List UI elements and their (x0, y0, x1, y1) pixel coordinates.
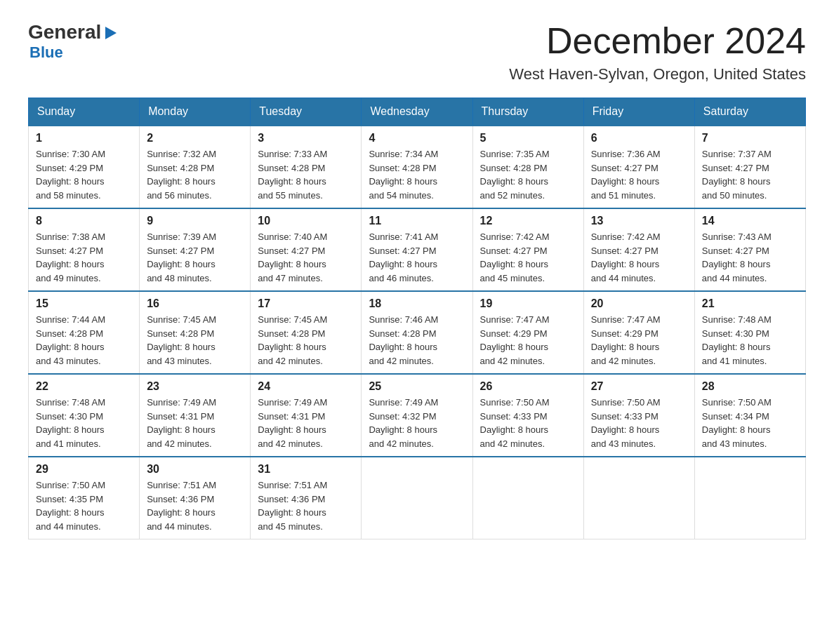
day-cell-21: 21Sunrise: 7:48 AMSunset: 4:30 PMDayligh… (694, 291, 805, 374)
day-cell-10: 10Sunrise: 7:40 AMSunset: 4:27 PMDayligh… (251, 208, 362, 291)
day-cell-9: 9Sunrise: 7:39 AMSunset: 4:27 PMDaylight… (140, 208, 251, 291)
day-cell-8: 8Sunrise: 7:38 AMSunset: 4:27 PMDaylight… (29, 208, 140, 291)
day-number: 10 (258, 215, 354, 227)
day-number: 29 (36, 463, 132, 476)
day-number: 6 (591, 132, 687, 145)
day-info: Sunrise: 7:50 AMSunset: 4:34 PMDaylight:… (702, 396, 798, 450)
day-cell-4: 4Sunrise: 7:34 AMSunset: 4:28 PMDaylight… (362, 126, 472, 208)
day-number: 11 (369, 215, 465, 227)
day-header-thursday: Thursday (472, 98, 583, 126)
day-number: 24 (258, 380, 354, 393)
logo-triangle-icon (102, 25, 118, 41)
day-cell-11: 11Sunrise: 7:41 AMSunset: 4:27 PMDayligh… (362, 208, 472, 291)
day-number: 22 (36, 380, 132, 393)
day-cell-25: 25Sunrise: 7:49 AMSunset: 4:32 PMDayligh… (362, 374, 472, 457)
day-info: Sunrise: 7:45 AMSunset: 4:28 PMDaylight:… (147, 313, 243, 368)
week-row-4: 22Sunrise: 7:48 AMSunset: 4:30 PMDayligh… (29, 374, 806, 457)
day-info: Sunrise: 7:47 AMSunset: 4:29 PMDaylight:… (591, 313, 687, 368)
day-cell-13: 13Sunrise: 7:42 AMSunset: 4:27 PMDayligh… (583, 208, 694, 291)
day-info: Sunrise: 7:36 AMSunset: 4:27 PMDaylight:… (591, 147, 687, 202)
day-cell-30: 30Sunrise: 7:51 AMSunset: 4:36 PMDayligh… (140, 457, 251, 539)
day-number: 8 (36, 215, 132, 227)
day-header-saturday: Saturday (694, 98, 805, 126)
day-info: Sunrise: 7:40 AMSunset: 4:27 PMDaylight:… (258, 230, 354, 285)
day-info: Sunrise: 7:49 AMSunset: 4:31 PMDaylight:… (147, 396, 243, 450)
svg-marker-0 (105, 27, 117, 39)
day-cell-6: 6Sunrise: 7:36 AMSunset: 4:27 PMDaylight… (583, 126, 694, 208)
day-cell-17: 17Sunrise: 7:45 AMSunset: 4:28 PMDayligh… (251, 291, 362, 374)
day-number: 19 (480, 297, 576, 310)
week-row-1: 1Sunrise: 7:30 AMSunset: 4:29 PMDaylight… (29, 126, 806, 208)
day-header-tuesday: Tuesday (251, 98, 362, 126)
day-info: Sunrise: 7:42 AMSunset: 4:27 PMDaylight:… (591, 230, 687, 285)
day-cell-29: 29Sunrise: 7:50 AMSunset: 4:35 PMDayligh… (29, 457, 140, 539)
day-number: 18 (369, 297, 465, 310)
logo: General Blue (28, 21, 118, 62)
day-cell-12: 12Sunrise: 7:42 AMSunset: 4:27 PMDayligh… (472, 208, 583, 291)
week-row-3: 15Sunrise: 7:44 AMSunset: 4:28 PMDayligh… (29, 291, 806, 374)
week-row-2: 8Sunrise: 7:38 AMSunset: 4:27 PMDaylight… (29, 208, 806, 291)
day-number: 26 (480, 380, 576, 393)
day-cell-22: 22Sunrise: 7:48 AMSunset: 4:30 PMDayligh… (29, 374, 140, 457)
day-cell-27: 27Sunrise: 7:50 AMSunset: 4:33 PMDayligh… (583, 374, 694, 457)
day-cell-16: 16Sunrise: 7:45 AMSunset: 4:28 PMDayligh… (140, 291, 251, 374)
empty-cell (694, 457, 805, 539)
day-cell-15: 15Sunrise: 7:44 AMSunset: 4:28 PMDayligh… (29, 291, 140, 374)
day-cell-23: 23Sunrise: 7:49 AMSunset: 4:31 PMDayligh… (140, 374, 251, 457)
day-number: 1 (36, 132, 132, 145)
calendar-title: December 2024 (509, 21, 806, 61)
day-cell-5: 5Sunrise: 7:35 AMSunset: 4:28 PMDaylight… (472, 126, 583, 208)
day-info: Sunrise: 7:49 AMSunset: 4:31 PMDaylight:… (258, 396, 354, 450)
day-info: Sunrise: 7:46 AMSunset: 4:28 PMDaylight:… (369, 313, 465, 368)
day-number: 20 (591, 297, 687, 310)
day-number: 28 (702, 380, 798, 393)
day-number: 27 (591, 380, 687, 393)
day-info: Sunrise: 7:41 AMSunset: 4:27 PMDaylight:… (369, 230, 465, 285)
day-info: Sunrise: 7:50 AMSunset: 4:35 PMDaylight:… (36, 478, 132, 533)
day-number: 23 (147, 380, 243, 393)
day-number: 16 (147, 297, 243, 310)
day-info: Sunrise: 7:37 AMSunset: 4:27 PMDaylight:… (702, 147, 798, 202)
day-info: Sunrise: 7:44 AMSunset: 4:28 PMDaylight:… (36, 313, 132, 368)
day-info: Sunrise: 7:38 AMSunset: 4:27 PMDaylight:… (36, 230, 132, 285)
day-info: Sunrise: 7:49 AMSunset: 4:32 PMDaylight:… (369, 396, 465, 450)
empty-cell (583, 457, 694, 539)
day-number: 17 (258, 297, 354, 310)
day-info: Sunrise: 7:30 AMSunset: 4:29 PMDaylight:… (36, 147, 132, 202)
empty-cell (362, 457, 472, 539)
day-info: Sunrise: 7:32 AMSunset: 4:28 PMDaylight:… (147, 147, 243, 202)
day-number: 3 (258, 132, 354, 145)
day-header-monday: Monday (140, 98, 251, 126)
day-info: Sunrise: 7:45 AMSunset: 4:28 PMDaylight:… (258, 313, 354, 368)
logo-general-text: General (28, 21, 101, 43)
day-cell-19: 19Sunrise: 7:47 AMSunset: 4:29 PMDayligh… (472, 291, 583, 374)
day-number: 2 (147, 132, 243, 145)
day-info: Sunrise: 7:33 AMSunset: 4:28 PMDaylight:… (258, 147, 354, 202)
day-cell-1: 1Sunrise: 7:30 AMSunset: 4:29 PMDaylight… (29, 126, 140, 208)
day-number: 9 (147, 215, 243, 227)
empty-cell (472, 457, 583, 539)
day-cell-2: 2Sunrise: 7:32 AMSunset: 4:28 PMDaylight… (140, 126, 251, 208)
day-number: 7 (702, 132, 798, 145)
day-cell-3: 3Sunrise: 7:33 AMSunset: 4:28 PMDaylight… (251, 126, 362, 208)
day-number: 5 (480, 132, 576, 145)
day-cell-20: 20Sunrise: 7:47 AMSunset: 4:29 PMDayligh… (583, 291, 694, 374)
day-cell-24: 24Sunrise: 7:49 AMSunset: 4:31 PMDayligh… (251, 374, 362, 457)
day-header-sunday: Sunday (29, 98, 140, 126)
day-number: 21 (702, 297, 798, 310)
day-number: 13 (591, 215, 687, 227)
day-info: Sunrise: 7:39 AMSunset: 4:27 PMDaylight:… (147, 230, 243, 285)
day-info: Sunrise: 7:48 AMSunset: 4:30 PMDaylight:… (36, 396, 132, 450)
logo-blue-text: Blue (29, 43, 63, 61)
day-number: 31 (258, 463, 354, 476)
day-header-wednesday: Wednesday (362, 98, 472, 126)
day-cell-31: 31Sunrise: 7:51 AMSunset: 4:36 PMDayligh… (251, 457, 362, 539)
day-info: Sunrise: 7:35 AMSunset: 4:28 PMDaylight:… (480, 147, 576, 202)
day-info: Sunrise: 7:51 AMSunset: 4:36 PMDaylight:… (258, 478, 354, 533)
calendar-table: SundayMondayTuesdayWednesdayThursdayFrid… (28, 98, 806, 539)
title-area: December 2024 West Haven-Sylvan, Oregon,… (509, 21, 806, 83)
day-number: 14 (702, 215, 798, 227)
day-cell-26: 26Sunrise: 7:50 AMSunset: 4:33 PMDayligh… (472, 374, 583, 457)
day-info: Sunrise: 7:43 AMSunset: 4:27 PMDaylight:… (702, 230, 798, 285)
day-info: Sunrise: 7:50 AMSunset: 4:33 PMDaylight:… (480, 396, 576, 450)
